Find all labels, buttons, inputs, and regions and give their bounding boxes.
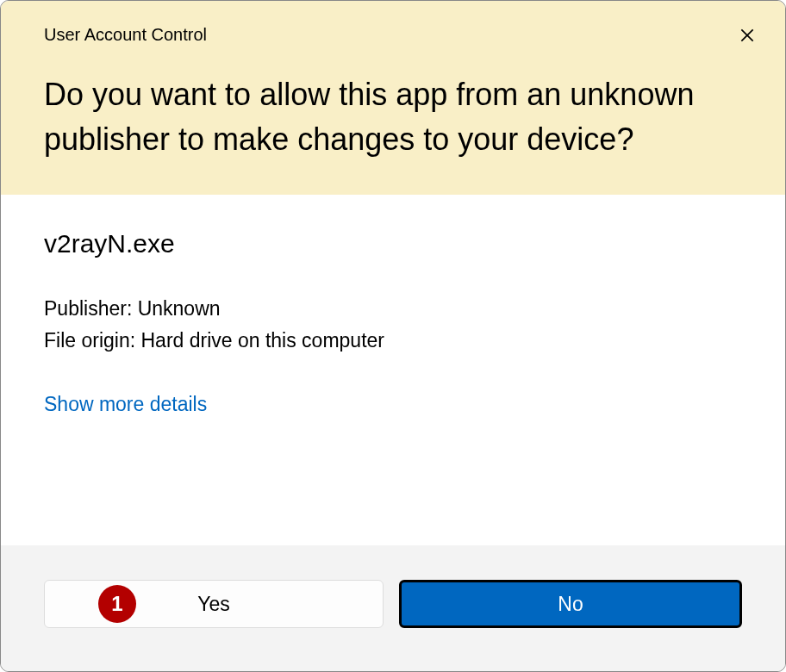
- publisher-line: Publisher: Unknown: [44, 293, 742, 325]
- close-icon: [739, 27, 756, 44]
- show-more-details-link[interactable]: Show more details: [44, 393, 207, 416]
- uac-dialog: User Account Control Do you want to allo…: [0, 0, 786, 672]
- uac-question: Do you want to allow this app from an un…: [44, 72, 742, 162]
- header-section: User Account Control Do you want to allo…: [1, 1, 785, 195]
- origin-line: File origin: Hard drive on this computer: [44, 325, 742, 357]
- no-button-label: No: [558, 593, 583, 615]
- close-button[interactable]: [733, 22, 761, 49]
- content-section: v2rayN.exe Publisher: Unknown File origi…: [1, 195, 785, 545]
- yes-button[interactable]: 1 Yes: [44, 580, 384, 628]
- yes-button-label: Yes: [197, 593, 230, 615]
- app-name: v2rayN.exe: [44, 229, 742, 258]
- dialog-title: User Account Control: [44, 25, 742, 45]
- button-section: 1 Yes No: [1, 545, 785, 671]
- no-button[interactable]: No: [399, 580, 742, 628]
- annotation-badge: 1: [98, 585, 136, 623]
